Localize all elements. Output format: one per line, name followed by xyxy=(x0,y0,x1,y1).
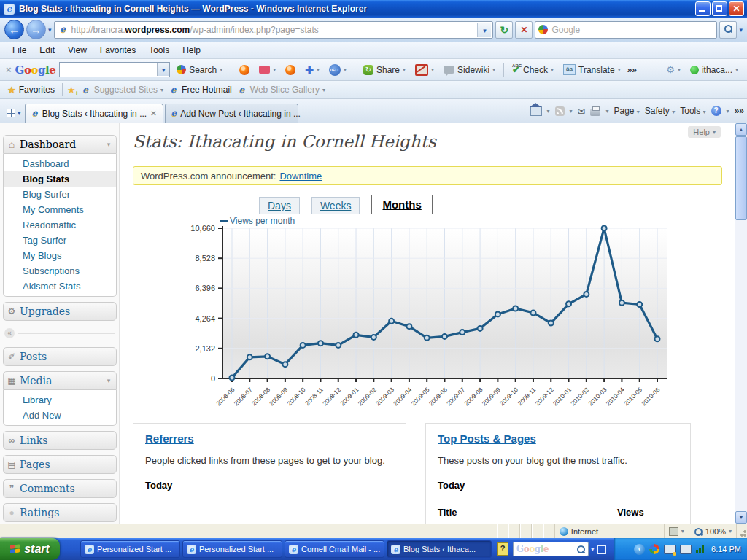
chevron-down-icon[interactable] xyxy=(101,136,116,153)
account-button[interactable]: ithaca... xyxy=(687,63,741,77)
toolbar-settings-button[interactable] xyxy=(663,63,684,77)
page-menu-button[interactable]: Page xyxy=(614,106,639,116)
forward-button[interactable] xyxy=(26,20,46,39)
tab-days[interactable]: Days xyxy=(259,197,300,214)
data-point[interactable] xyxy=(425,335,430,341)
close-tab-icon[interactable] xyxy=(150,109,156,117)
favbar-item-suggested-sites[interactable]: Suggested Sites xyxy=(80,85,163,96)
maximize-button[interactable] xyxy=(712,1,727,16)
add-favorite-icon[interactable] xyxy=(67,85,76,96)
address-dropdown-button[interactable] xyxy=(477,23,491,37)
toolbar-swirl-button[interactable] xyxy=(236,63,252,77)
home-button[interactable] xyxy=(530,104,542,118)
tools-menu-button[interactable]: Tools xyxy=(680,106,705,116)
spellcheck-button[interactable]: ABCCheck xyxy=(509,63,557,77)
sidebar-subitem-my-blogs[interactable]: My Blogs xyxy=(4,248,116,263)
printer-icon[interactable] xyxy=(590,109,600,116)
taskbar-task-1[interactable]: Personalized Start ... xyxy=(80,540,180,558)
sidebar-subitem-subscriptions[interactable]: Subscriptions xyxy=(4,263,116,279)
data-point[interactable] xyxy=(301,343,306,348)
data-point[interactable] xyxy=(566,301,571,306)
taskbar-task-4[interactable]: Blog Stats ‹ Ithaca... xyxy=(387,540,492,558)
data-point[interactable] xyxy=(389,319,394,324)
rss-feed-icon[interactable] xyxy=(555,106,565,116)
recent-pages-dropdown-icon[interactable] xyxy=(48,26,52,34)
sidebar-subitem-readomattic[interactable]: Readomattic xyxy=(4,217,116,233)
data-point[interactable] xyxy=(513,306,518,311)
scrollbar-thumb[interactable] xyxy=(735,136,747,220)
signal-strength-icon[interactable] xyxy=(696,545,704,553)
data-point[interactable] xyxy=(282,362,287,367)
data-point[interactable] xyxy=(230,376,235,381)
scroll-up-icon[interactable] xyxy=(735,123,747,136)
favbar-item-free-hotmail[interactable]: Free Hotmail xyxy=(168,85,232,96)
favbar-item-web-slice-gallery[interactable]: Web Slice Gallery xyxy=(236,85,325,96)
desktop-help-icon[interactable]: ? xyxy=(497,542,508,556)
scroll-down-icon[interactable] xyxy=(735,511,747,524)
taskbar-task-2[interactable]: Personalized Start ... xyxy=(182,540,282,558)
sidebar-item-dashboard[interactable]: Dashboard xyxy=(3,135,117,154)
back-button[interactable] xyxy=(4,20,24,39)
close-button[interactable] xyxy=(729,1,744,16)
sidebar-subitem-dashboard[interactable]: Dashboard xyxy=(4,156,116,171)
google-search-button[interactable]: Search xyxy=(174,63,225,77)
translate-button[interactable]: âaTranslate xyxy=(560,63,624,77)
network-activity-icon[interactable] xyxy=(664,545,676,554)
sidebar-item-upgrades[interactable]: Upgrades xyxy=(3,302,117,321)
sidebar-subitem-blog-surfer[interactable]: Blog Surfer xyxy=(4,187,116,202)
tab-add-new-post[interactable]: Add New Post ‹ Ithacating in ... xyxy=(165,104,298,122)
google-toolbar-search-input[interactable] xyxy=(59,62,170,77)
wp-help-button[interactable]: Help xyxy=(688,126,721,138)
ie-help-icon[interactable] xyxy=(711,106,721,116)
tab-blog-stats[interactable]: Blog Stats ‹ Ithacating in ... xyxy=(25,104,163,122)
menu-help[interactable]: Help xyxy=(176,44,207,57)
data-point[interactable] xyxy=(478,326,483,331)
search-options-dropdown-icon[interactable] xyxy=(739,26,743,34)
favorites-button[interactable]: Favorites xyxy=(4,83,58,97)
sidebar-item-pages[interactable]: Pages xyxy=(3,455,117,474)
sidebar-subitem-library[interactable]: Library xyxy=(4,392,116,408)
data-point[interactable] xyxy=(247,354,252,359)
hide-tray-icons-icon[interactable] xyxy=(634,544,645,555)
toolbar-swirl-button-2[interactable] xyxy=(282,63,298,77)
toolbar-more-icon[interactable]: » xyxy=(627,65,637,75)
sidebar-subitem-blog-stats[interactable]: Blog Stats xyxy=(4,171,116,187)
home-dropdown-icon[interactable] xyxy=(547,108,550,114)
data-point[interactable] xyxy=(460,330,465,335)
data-point[interactable] xyxy=(442,334,447,339)
top-posts-title-link[interactable]: Top Posts & Pages xyxy=(438,432,536,445)
data-point[interactable] xyxy=(495,311,500,316)
menu-view[interactable]: View xyxy=(61,44,93,57)
sidebar-item-ratings[interactable]: Ratings xyxy=(3,503,117,522)
collapse-sidebar-icon[interactable] xyxy=(4,328,15,338)
tab-weeks[interactable]: Weeks xyxy=(311,197,360,214)
sidebar-item-media[interactable]: Media xyxy=(3,371,117,390)
vertical-scrollbar[interactable] xyxy=(735,123,747,524)
desktop-search-dropdown-icon[interactable] xyxy=(591,545,595,553)
data-point[interactable] xyxy=(406,324,411,329)
url-text[interactable]: http://brancra.wordpress.com/wp-admin/in… xyxy=(71,25,475,35)
menu-edit[interactable]: Edit xyxy=(33,44,61,57)
dell-button[interactable]: DELL xyxy=(326,63,349,77)
data-point[interactable] xyxy=(336,343,341,348)
referrers-title-link[interactable]: Referrers xyxy=(145,432,194,445)
data-point[interactable] xyxy=(602,226,607,231)
print-dropdown-icon[interactable] xyxy=(605,108,608,114)
sidebar-item-posts[interactable]: Posts xyxy=(3,347,117,366)
sidewiki-button[interactable]: Sidewiki xyxy=(441,63,498,77)
share-button[interactable]: Share xyxy=(360,63,409,77)
search-input[interactable]: Google xyxy=(535,21,717,39)
google-swirl-tray-icon[interactable] xyxy=(649,544,659,554)
data-point[interactable] xyxy=(549,321,554,326)
menu-file[interactable]: File xyxy=(6,44,33,57)
search-go-button[interactable] xyxy=(719,21,737,39)
chevron-down-icon[interactable] xyxy=(101,372,116,389)
popup-blocker-button[interactable] xyxy=(412,63,437,77)
sidebar-subitem-tag-surfer[interactable]: Tag Surfer xyxy=(4,233,116,248)
safety-menu-button[interactable]: Safety xyxy=(645,106,675,116)
sidebar-item-links[interactable]: Links xyxy=(3,431,117,450)
desktop-search-input[interactable]: Google xyxy=(513,542,589,556)
data-point[interactable] xyxy=(584,292,589,297)
quick-tabs-button[interactable] xyxy=(3,105,25,121)
data-point[interactable] xyxy=(530,310,535,315)
